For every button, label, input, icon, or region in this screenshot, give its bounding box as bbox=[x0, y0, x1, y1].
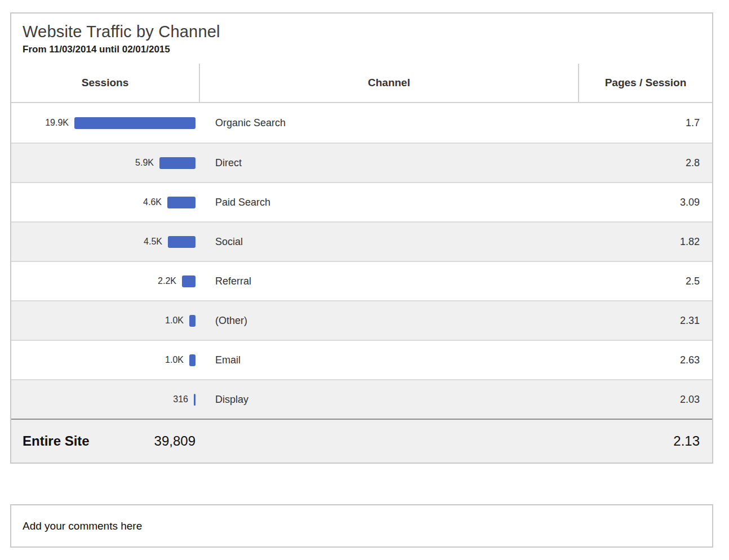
date-range-subtitle: From 11/03/2014 until 02/01/2015 bbox=[23, 44, 701, 55]
table-row: 19.9K Organic Search 1.7 bbox=[11, 103, 712, 143]
sessions-cell: 4.5K bbox=[11, 223, 200, 261]
pages-per-session-value: 1.7 bbox=[579, 103, 712, 143]
sessions-bar bbox=[159, 157, 195, 169]
sessions-value: 1.0K bbox=[165, 355, 184, 365]
sessions-value: 1.0K bbox=[165, 315, 184, 326]
table-row: 1.0K (Other) 2.31 bbox=[11, 300, 712, 340]
table-row: 4.6K Paid Search 3.09 bbox=[11, 182, 712, 221]
column-header-pages-session: Pages / Session bbox=[579, 64, 712, 102]
channel-name: Social bbox=[200, 223, 579, 261]
column-header-channel: Channel bbox=[200, 64, 579, 102]
sessions-value: 19.9K bbox=[45, 118, 69, 128]
sessions-cell: 5.9K bbox=[11, 144, 200, 182]
sessions-bar bbox=[167, 197, 195, 208]
sessions-cell: 316 bbox=[11, 380, 200, 419]
traffic-report-card: Website Traffic by Channel From 11/03/20… bbox=[10, 12, 713, 464]
sessions-bar bbox=[168, 236, 195, 248]
entire-site-label: Entire Site bbox=[23, 433, 90, 449]
sessions-bar bbox=[194, 394, 195, 406]
sessions-value: 4.6K bbox=[143, 197, 162, 207]
sessions-cell: 4.6K bbox=[11, 183, 200, 221]
sessions-cell: 1.0K bbox=[11, 301, 200, 340]
pages-per-session-value: 2.5 bbox=[579, 262, 712, 300]
channel-name: Referral bbox=[200, 262, 579, 300]
sessions-value: 316 bbox=[173, 394, 188, 405]
sessions-value: 4.5K bbox=[144, 237, 162, 247]
sessions-bar bbox=[74, 117, 195, 129]
channel-name: Paid Search bbox=[200, 183, 579, 221]
pages-per-session-value: 3.09 bbox=[579, 183, 712, 221]
sessions-bar bbox=[182, 275, 195, 287]
column-header-sessions: Sessions bbox=[11, 64, 200, 102]
channel-name: Organic Search bbox=[200, 103, 579, 143]
total-sessions-value: 39,809 bbox=[154, 433, 195, 449]
channel-name: Email bbox=[200, 341, 579, 379]
channel-name: (Other) bbox=[200, 301, 579, 340]
sessions-value: 2.2K bbox=[158, 276, 176, 286]
table-header-row: Sessions Channel Pages / Session bbox=[11, 64, 712, 103]
table-footer-row: Entire Site 39,809 2.13 bbox=[11, 419, 712, 463]
comments-input[interactable]: Add your comments here bbox=[10, 504, 713, 548]
pages-per-session-value: 2.8 bbox=[579, 144, 712, 182]
channel-name: Display bbox=[200, 380, 579, 419]
pages-per-session-value: 2.03 bbox=[579, 380, 712, 419]
sessions-cell: 19.9K bbox=[11, 103, 200, 143]
table-row: 2.2K Referral 2.5 bbox=[11, 261, 712, 300]
table-row: 1.0K Email 2.63 bbox=[11, 340, 712, 379]
table-row: 4.5K Social 1.82 bbox=[11, 221, 712, 261]
footer-channel-cell bbox=[200, 420, 579, 463]
sessions-bar bbox=[189, 315, 195, 327]
table-body: 19.9K Organic Search 1.7 5.9K Direct 2.8… bbox=[11, 103, 712, 419]
sessions-cell: 1.0K bbox=[11, 341, 200, 379]
sessions-cell: 2.2K bbox=[11, 262, 200, 300]
report-header: Website Traffic by Channel From 11/03/20… bbox=[11, 14, 712, 64]
pages-per-session-value: 2.63 bbox=[579, 341, 712, 379]
table-row: 5.9K Direct 2.8 bbox=[11, 143, 712, 182]
pages-per-session-value: 2.31 bbox=[579, 301, 712, 340]
page-title: Website Traffic by Channel bbox=[23, 23, 701, 41]
avg-pages-per-session-value: 2.13 bbox=[579, 420, 712, 463]
footer-sessions-cell: Entire Site 39,809 bbox=[11, 420, 200, 463]
channel-name: Direct bbox=[200, 144, 579, 182]
pages-per-session-value: 1.82 bbox=[579, 223, 712, 261]
sessions-bar bbox=[189, 354, 195, 366]
table-row: 316 Display 2.03 bbox=[11, 379, 712, 419]
sessions-value: 5.9K bbox=[135, 158, 154, 168]
